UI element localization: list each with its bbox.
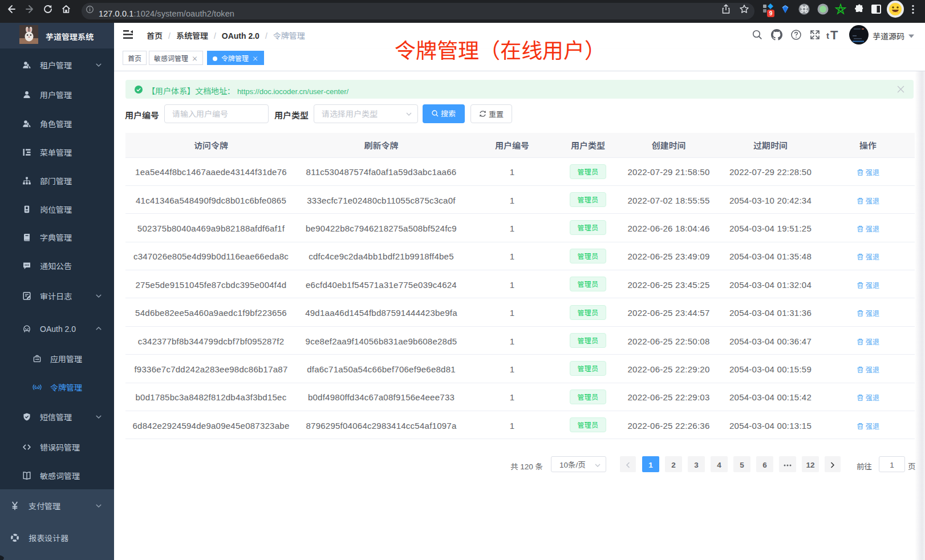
- svg-text:a: a: [36, 385, 39, 390]
- svg-text:T: T: [830, 28, 838, 42]
- svg-text:t: t: [826, 31, 829, 40]
- svg-text:9: 9: [769, 10, 773, 17]
